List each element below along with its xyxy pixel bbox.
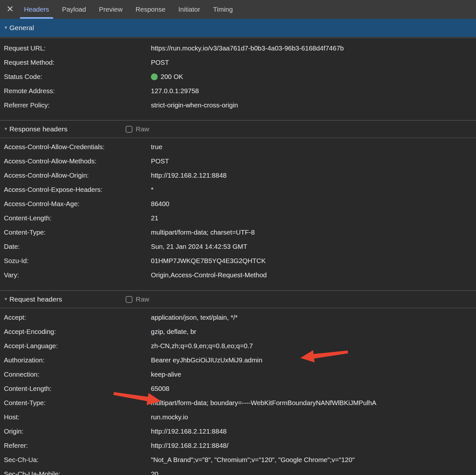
header-value: 200 OK bbox=[151, 73, 183, 81]
header-value-text: application/json, text/plain, */* bbox=[151, 314, 238, 321]
header-name: Accept: bbox=[0, 314, 151, 321]
header-name: Accept-Encoding: bbox=[0, 328, 151, 336]
chevron-down-icon[interactable]: ▼ bbox=[3, 296, 9, 302]
header-name: Sec-Ch-Ua: bbox=[0, 456, 151, 464]
header-name: Host: bbox=[0, 413, 151, 421]
tab-response[interactable]: Response bbox=[132, 0, 169, 19]
header-name: Content-Type: bbox=[0, 399, 151, 407]
header-value: application/json, text/plain, */* bbox=[151, 314, 238, 321]
header-name: Access-Control-Allow-Origin: bbox=[0, 171, 151, 179]
header-value-text: keep-alive bbox=[151, 370, 181, 378]
devtools-network-detail-pane: ✕ HeadersPayloadPreviewResponseInitiator… bbox=[0, 0, 476, 475]
header-value: https://run.mocky.io/v3/3aa761d7-b0b3-4a… bbox=[151, 44, 344, 52]
header-value-text: 200 OK bbox=[161, 73, 183, 81]
header-name: Sec-Ch-Ua-Mobile: bbox=[0, 470, 151, 475]
tab-timing[interactable]: Timing bbox=[209, 0, 237, 19]
header-value: true bbox=[151, 143, 162, 151]
header-value: "Not_A Brand";v="8", "Chromium";v="120",… bbox=[151, 456, 355, 464]
header-value-text: multipart/form-data; boundary=----WebKit… bbox=[151, 399, 376, 407]
header-name: Access-Control-Expose-Headers: bbox=[0, 186, 151, 193]
header-value: zh-CN,zh;q=0.9,en;q=0.8,eo;q=0.7 bbox=[151, 342, 253, 350]
tab-payload[interactable]: Payload bbox=[58, 0, 90, 19]
header-row: Referrer Policy:strict-origin-when-cross… bbox=[0, 98, 476, 112]
header-row: Sozu-Id:01HMP7JWKQE7B5YQ4E3G2QHTCK bbox=[0, 254, 476, 268]
header-value: ?0 bbox=[151, 470, 158, 475]
section-title: General bbox=[9, 24, 34, 32]
section-header-response-headers[interactable]: ▼ Response headers Raw bbox=[0, 120, 476, 138]
header-value-text: 127.0.0.1:29758 bbox=[151, 87, 199, 95]
header-row: Referer:http://192.168.2.121:8848/ bbox=[0, 438, 476, 453]
header-value: gzip, deflate, br bbox=[151, 328, 196, 336]
header-row: Remote Address:127.0.0.1:29758 bbox=[0, 84, 476, 98]
tab-headers[interactable]: Headers bbox=[20, 0, 53, 19]
header-value-text: * bbox=[151, 186, 153, 193]
raw-checkbox-label[interactable]: Raw bbox=[136, 295, 149, 303]
header-row: Origin:http://192.168.2.121:8848 bbox=[0, 424, 476, 438]
header-row: Sec-Ch-Ua:"Not_A Brand";v="8", "Chromium… bbox=[0, 453, 476, 467]
header-value-text: https://run.mocky.io/v3/3aa761d7-b0b3-4a… bbox=[151, 44, 344, 52]
header-value: 21 bbox=[151, 214, 158, 222]
header-value: 86400 bbox=[151, 200, 169, 208]
header-value: Origin,Access-Control-Request-Method bbox=[151, 271, 267, 279]
raw-checkbox-label[interactable]: Raw bbox=[136, 125, 149, 133]
header-name: Content-Type: bbox=[0, 228, 151, 236]
header-value-text: http://192.168.2.121:8848/ bbox=[151, 442, 228, 449]
header-row: Vary:Origin,Access-Control-Request-Metho… bbox=[0, 268, 476, 282]
header-name: Access-Control-Max-Age: bbox=[0, 200, 151, 208]
header-value-text: Sun, 21 Jan 2024 14:42:53 GMT bbox=[151, 243, 247, 250]
tabs: HeadersPayloadPreviewResponseInitiatorTi… bbox=[20, 0, 242, 19]
header-name: Origin: bbox=[0, 427, 151, 435]
response-header-rows: Access-Control-Allow-Credentials:trueAcc… bbox=[0, 138, 476, 290]
header-value-text: Bearer eyJhbGciOiJIUzUxMiJ9.admin bbox=[151, 356, 262, 364]
tab-initiator[interactable]: Initiator bbox=[175, 0, 204, 19]
header-name: Access-Control-Allow-Credentials: bbox=[0, 143, 151, 151]
header-value-text: strict-origin-when-cross-origin bbox=[151, 101, 238, 109]
header-name: Authorization: bbox=[0, 356, 151, 364]
tab-preview[interactable]: Preview bbox=[95, 0, 127, 19]
header-value-text: http://192.168.2.121:8848 bbox=[151, 427, 227, 435]
header-value: 01HMP7JWKQE7B5YQ4E3G2QHTCK bbox=[151, 257, 266, 265]
header-row: Accept-Encoding:gzip, deflate, br bbox=[0, 325, 476, 339]
section-title: Response headers bbox=[9, 125, 68, 133]
header-row: Status Code:200 OK bbox=[0, 70, 476, 84]
header-row: Request URL:https://run.mocky.io/v3/3aa7… bbox=[0, 41, 476, 55]
header-row: Access-Control-Allow-Methods:POST bbox=[0, 154, 476, 168]
header-row: Access-Control-Allow-Credentials:true bbox=[0, 140, 476, 154]
header-name: Status Code: bbox=[0, 73, 151, 81]
header-value-text: multipart/form-data; charset=UTF-8 bbox=[151, 228, 255, 236]
header-value-text: http://192.168.2.121:8848 bbox=[151, 171, 227, 179]
section-header-general[interactable]: ▼ General bbox=[0, 19, 476, 37]
header-row: Date:Sun, 21 Jan 2024 14:42:53 GMT bbox=[0, 239, 476, 254]
header-row: Accept-Language:zh-CN,zh;q=0.9,en;q=0.8,… bbox=[0, 339, 476, 353]
header-row: Content-Length:21 bbox=[0, 211, 476, 225]
header-name: Request URL: bbox=[0, 44, 151, 52]
status-ok-dot-icon bbox=[151, 73, 158, 80]
header-value: keep-alive bbox=[151, 370, 181, 378]
header-row: Access-Control-Max-Age:86400 bbox=[0, 197, 476, 211]
raw-checkbox[interactable] bbox=[126, 126, 132, 133]
header-name: Request Method: bbox=[0, 59, 151, 66]
header-value-text: zh-CN,zh;q=0.9,en;q=0.8,eo;q=0.7 bbox=[151, 342, 253, 350]
header-name: Remote Address: bbox=[0, 87, 151, 95]
header-value-text: Origin,Access-Control-Request-Method bbox=[151, 271, 267, 279]
section-header-request-headers[interactable]: ▼ Request headers Raw bbox=[0, 290, 476, 308]
chevron-down-icon[interactable]: ▼ bbox=[3, 25, 9, 30]
raw-checkbox[interactable] bbox=[126, 296, 132, 303]
header-value: http://192.168.2.121:8848 bbox=[151, 171, 227, 179]
close-icon[interactable]: ✕ bbox=[0, 0, 20, 19]
header-value-text: POST bbox=[151, 59, 169, 66]
header-value-text: ?0 bbox=[151, 470, 158, 475]
header-row: Content-Length:65008 bbox=[0, 381, 476, 396]
header-value: 127.0.0.1:29758 bbox=[151, 87, 199, 95]
header-value-text: gzip, deflate, br bbox=[151, 328, 196, 336]
chevron-down-icon[interactable]: ▼ bbox=[3, 126, 9, 131]
request-header-rows: Accept:application/json, text/plain, */*… bbox=[0, 308, 476, 475]
tab-bar: ✕ HeadersPayloadPreviewResponseInitiator… bbox=[0, 0, 476, 19]
header-row: Content-Type:multipart/form-data; bounda… bbox=[0, 396, 476, 410]
header-name: Accept-Language: bbox=[0, 342, 151, 350]
header-name: Vary: bbox=[0, 271, 151, 279]
header-row: Request Method:POST bbox=[0, 55, 476, 70]
header-row: Sec-Ch-Ua-Mobile:?0 bbox=[0, 467, 476, 475]
header-value-text: "Not_A Brand";v="8", "Chromium";v="120",… bbox=[151, 456, 355, 464]
header-name: Referrer Policy: bbox=[0, 101, 151, 109]
